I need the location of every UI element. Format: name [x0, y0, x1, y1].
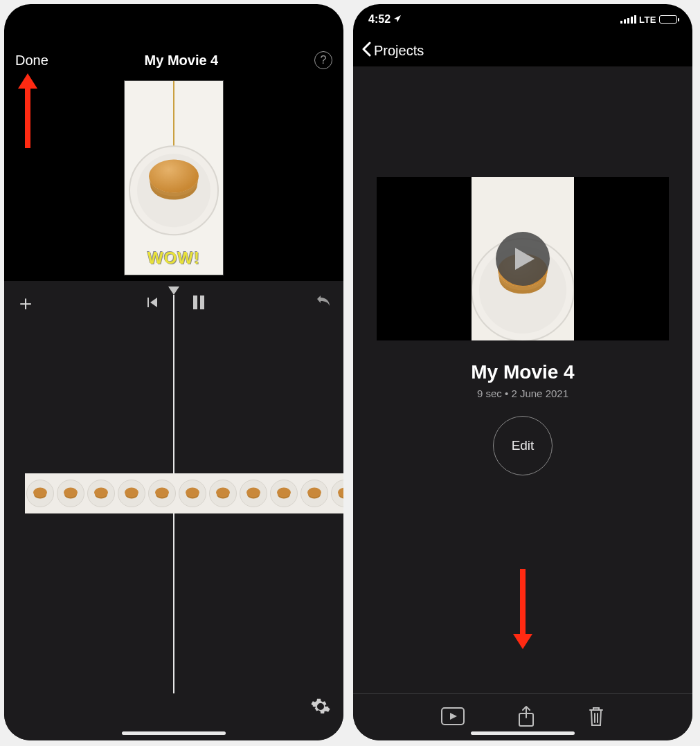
video-preview[interactable]: WOW! — [124, 80, 224, 275]
back-label: Projects — [374, 43, 424, 59]
project-video-thumbnail[interactable] — [377, 177, 669, 340]
right-screenshot: 4:52 LTE Projects My Movie 4 9 se — [353, 4, 692, 740]
cellular-signal-icon — [620, 15, 636, 24]
play-fullscreen-icon[interactable] — [441, 707, 465, 728]
status-bar — [4, 4, 343, 35]
help-icon[interactable]: ? — [314, 51, 332, 69]
annotation-arrow-share — [520, 569, 526, 635]
decorative-drizzle — [173, 81, 174, 147]
left-screenshot: Done My Movie 4 ? WOW! ＋ — [4, 4, 343, 740]
trash-icon[interactable] — [588, 706, 604, 729]
project-title: My Movie 4 — [145, 53, 219, 69]
svg-rect-1 — [200, 295, 204, 309]
preview-area: WOW! — [4, 80, 343, 275]
add-media-button[interactable]: ＋ — [15, 289, 36, 318]
location-icon — [393, 13, 402, 26]
share-icon[interactable] — [517, 705, 535, 730]
home-indicator[interactable] — [122, 731, 226, 735]
battery-icon — [659, 15, 677, 24]
project-title: My Movie 4 — [353, 361, 692, 383]
playhead-marker-icon — [168, 286, 179, 295]
status-time: 4:52 — [368, 13, 402, 26]
project-meta: 9 sec • 2 June 2021 — [353, 388, 692, 399]
svg-rect-0 — [193, 295, 197, 309]
settings-icon[interactable] — [310, 696, 331, 720]
skip-to-start-icon[interactable] — [145, 295, 159, 312]
chevron-left-icon — [361, 42, 371, 60]
pause-icon[interactable] — [192, 295, 206, 313]
video-clip[interactable]: T — [25, 473, 343, 513]
done-button[interactable]: Done — [15, 53, 48, 69]
network-label: LTE — [639, 15, 656, 25]
play-icon[interactable] — [496, 232, 550, 286]
home-indicator[interactable] — [471, 731, 575, 735]
editor-header: Done My Movie 4 ? — [4, 35, 343, 78]
annotation-arrow-done — [25, 87, 30, 148]
back-to-projects[interactable]: Projects — [353, 35, 692, 66]
undo-icon[interactable] — [314, 295, 332, 313]
title-overlay-text: WOW! — [125, 248, 223, 268]
decorative-pancake — [149, 160, 199, 193]
timeline-area[interactable]: ＋ T — [4, 281, 343, 740]
edit-button[interactable]: Edit — [493, 416, 553, 475]
status-bar: 4:52 LTE — [353, 4, 692, 35]
